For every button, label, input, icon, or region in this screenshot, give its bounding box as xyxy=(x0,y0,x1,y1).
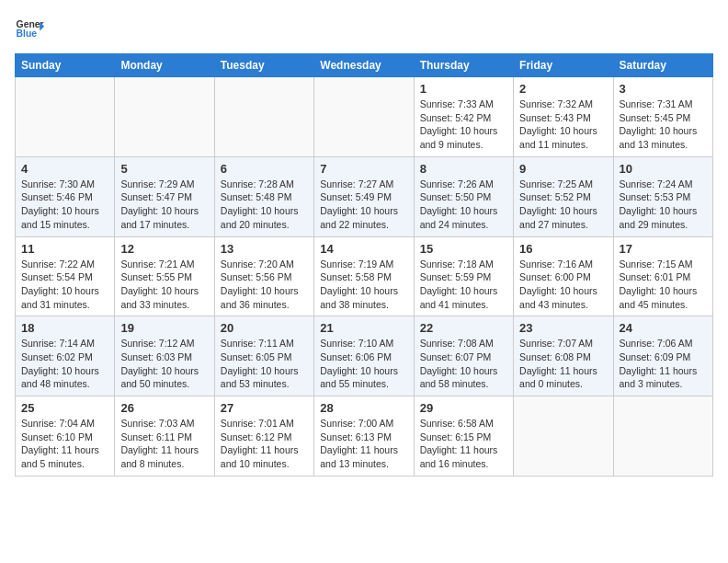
day-number: 27 xyxy=(221,401,308,415)
calendar-cell: 4Sunrise: 7:30 AMSunset: 5:46 PMDaylight… xyxy=(16,156,115,236)
col-header-sunday: Sunday xyxy=(16,54,115,77)
day-info: Sunrise: 7:15 AMSunset: 6:01 PMDaylight:… xyxy=(620,258,707,312)
day-number: 21 xyxy=(320,321,407,335)
day-info: Sunrise: 7:12 AMSunset: 6:03 PMDaylight:… xyxy=(120,337,208,391)
day-number: 24 xyxy=(620,321,707,335)
calendar-cell: 20Sunrise: 7:11 AMSunset: 6:05 PMDayligh… xyxy=(214,316,313,396)
calendar-cell: 7Sunrise: 7:27 AMSunset: 5:49 PMDaylight… xyxy=(314,156,414,236)
day-info: Sunrise: 7:20 AMSunset: 5:56 PMDaylight:… xyxy=(221,258,308,312)
calendar-cell: 3Sunrise: 7:31 AMSunset: 5:45 PMDaylight… xyxy=(613,77,712,157)
day-info: Sunrise: 7:00 AMSunset: 6:13 PMDaylight:… xyxy=(320,417,407,471)
page-header: General Blue xyxy=(15,15,713,44)
day-info: Sunrise: 7:14 AMSunset: 6:02 PMDaylight:… xyxy=(21,337,108,391)
day-number: 22 xyxy=(420,321,507,335)
calendar-cell: 6Sunrise: 7:28 AMSunset: 5:48 PMDaylight… xyxy=(214,156,313,236)
day-number: 20 xyxy=(221,321,308,335)
day-info: Sunrise: 7:26 AMSunset: 5:50 PMDaylight:… xyxy=(420,178,507,232)
day-number: 15 xyxy=(420,242,507,256)
calendar-cell: 12Sunrise: 7:21 AMSunset: 5:55 PMDayligh… xyxy=(115,236,214,316)
week-row-4: 18Sunrise: 7:14 AMSunset: 6:02 PMDayligh… xyxy=(16,316,713,396)
day-number: 6 xyxy=(221,162,308,176)
day-number: 9 xyxy=(519,162,607,176)
day-number: 13 xyxy=(221,242,308,256)
day-info: Sunrise: 7:01 AMSunset: 6:12 PMDaylight:… xyxy=(221,417,308,471)
calendar-cell xyxy=(214,77,313,157)
calendar-cell: 14Sunrise: 7:19 AMSunset: 5:58 PMDayligh… xyxy=(314,236,414,316)
calendar-cell: 13Sunrise: 7:20 AMSunset: 5:56 PMDayligh… xyxy=(214,236,313,316)
calendar-cell xyxy=(16,77,115,157)
calendar-cell: 16Sunrise: 7:16 AMSunset: 6:00 PMDayligh… xyxy=(514,236,613,316)
day-info: Sunrise: 7:24 AMSunset: 5:53 PMDaylight:… xyxy=(620,178,707,232)
day-info: Sunrise: 7:27 AMSunset: 5:49 PMDaylight:… xyxy=(320,178,407,232)
calendar-table: SundayMondayTuesdayWednesdayThursdayFrid… xyxy=(15,53,713,477)
calendar-cell: 21Sunrise: 7:10 AMSunset: 6:06 PMDayligh… xyxy=(314,316,414,396)
calendar-header-row: SundayMondayTuesdayWednesdayThursdayFrid… xyxy=(16,54,713,77)
calendar-cell xyxy=(613,396,712,477)
day-info: Sunrise: 7:07 AMSunset: 6:08 PMDaylight:… xyxy=(519,337,607,391)
col-header-thursday: Thursday xyxy=(414,54,513,77)
day-info: Sunrise: 7:04 AMSunset: 6:10 PMDaylight:… xyxy=(21,417,108,471)
calendar-cell: 19Sunrise: 7:12 AMSunset: 6:03 PMDayligh… xyxy=(115,316,214,396)
day-number: 14 xyxy=(320,242,407,256)
calendar-cell: 17Sunrise: 7:15 AMSunset: 6:01 PMDayligh… xyxy=(613,236,712,316)
day-number: 29 xyxy=(420,401,507,415)
day-number: 23 xyxy=(519,321,607,335)
day-info: Sunrise: 7:32 AMSunset: 5:43 PMDaylight:… xyxy=(519,98,607,152)
week-row-5: 25Sunrise: 7:04 AMSunset: 6:10 PMDayligh… xyxy=(16,396,713,477)
day-number: 17 xyxy=(620,242,707,256)
day-info: Sunrise: 6:58 AMSunset: 6:15 PMDaylight:… xyxy=(420,417,507,471)
day-number: 28 xyxy=(320,401,407,415)
calendar-cell: 1Sunrise: 7:33 AMSunset: 5:42 PMDaylight… xyxy=(414,77,513,157)
day-info: Sunrise: 7:16 AMSunset: 6:00 PMDaylight:… xyxy=(519,258,607,312)
calendar-cell: 2Sunrise: 7:32 AMSunset: 5:43 PMDaylight… xyxy=(514,77,613,157)
week-row-3: 11Sunrise: 7:22 AMSunset: 5:54 PMDayligh… xyxy=(16,236,713,316)
calendar-cell: 22Sunrise: 7:08 AMSunset: 6:07 PMDayligh… xyxy=(414,316,513,396)
day-number: 19 xyxy=(120,321,208,335)
day-number: 18 xyxy=(21,321,108,335)
calendar-cell: 5Sunrise: 7:29 AMSunset: 5:47 PMDaylight… xyxy=(115,156,214,236)
day-info: Sunrise: 7:08 AMSunset: 6:07 PMDaylight:… xyxy=(420,337,507,391)
calendar-cell: 27Sunrise: 7:01 AMSunset: 6:12 PMDayligh… xyxy=(214,396,313,477)
day-info: Sunrise: 7:29 AMSunset: 5:47 PMDaylight:… xyxy=(120,178,208,232)
calendar-cell: 18Sunrise: 7:14 AMSunset: 6:02 PMDayligh… xyxy=(16,316,115,396)
calendar-cell: 24Sunrise: 7:06 AMSunset: 6:09 PMDayligh… xyxy=(613,316,712,396)
day-number: 26 xyxy=(120,401,208,415)
calendar-cell: 28Sunrise: 7:00 AMSunset: 6:13 PMDayligh… xyxy=(314,396,414,477)
day-info: Sunrise: 7:25 AMSunset: 5:52 PMDaylight:… xyxy=(519,178,607,232)
calendar-cell xyxy=(514,396,613,477)
day-number: 1 xyxy=(420,82,507,96)
calendar-cell: 29Sunrise: 6:58 AMSunset: 6:15 PMDayligh… xyxy=(414,396,513,477)
day-number: 10 xyxy=(620,162,707,176)
calendar-cell xyxy=(115,77,214,157)
calendar-cell: 8Sunrise: 7:26 AMSunset: 5:50 PMDaylight… xyxy=(414,156,513,236)
day-info: Sunrise: 7:19 AMSunset: 5:58 PMDaylight:… xyxy=(320,258,407,312)
day-info: Sunrise: 7:11 AMSunset: 6:05 PMDaylight:… xyxy=(221,337,308,391)
day-info: Sunrise: 7:06 AMSunset: 6:09 PMDaylight:… xyxy=(620,337,707,391)
day-number: 16 xyxy=(519,242,607,256)
calendar-cell xyxy=(314,77,414,157)
col-header-friday: Friday xyxy=(514,54,613,77)
calendar-cell: 9Sunrise: 7:25 AMSunset: 5:52 PMDaylight… xyxy=(514,156,613,236)
day-info: Sunrise: 7:28 AMSunset: 5:48 PMDaylight:… xyxy=(221,178,308,232)
day-number: 4 xyxy=(21,162,108,176)
day-number: 3 xyxy=(620,82,707,96)
day-info: Sunrise: 7:31 AMSunset: 5:45 PMDaylight:… xyxy=(620,98,707,152)
col-header-monday: Monday xyxy=(115,54,214,77)
calendar-cell: 23Sunrise: 7:07 AMSunset: 6:08 PMDayligh… xyxy=(514,316,613,396)
calendar-cell: 15Sunrise: 7:18 AMSunset: 5:59 PMDayligh… xyxy=(414,236,513,316)
day-number: 7 xyxy=(320,162,407,176)
logo-icon: General Blue xyxy=(15,15,44,44)
day-info: Sunrise: 7:33 AMSunset: 5:42 PMDaylight:… xyxy=(420,98,507,152)
week-row-2: 4Sunrise: 7:30 AMSunset: 5:46 PMDaylight… xyxy=(16,156,713,236)
day-number: 8 xyxy=(420,162,507,176)
day-number: 12 xyxy=(120,242,208,256)
day-info: Sunrise: 7:30 AMSunset: 5:46 PMDaylight:… xyxy=(21,178,108,232)
day-info: Sunrise: 7:22 AMSunset: 5:54 PMDaylight:… xyxy=(21,258,108,312)
col-header-saturday: Saturday xyxy=(613,54,712,77)
day-number: 2 xyxy=(519,82,607,96)
day-number: 11 xyxy=(21,242,108,256)
day-number: 25 xyxy=(21,401,108,415)
day-info: Sunrise: 7:10 AMSunset: 6:06 PMDaylight:… xyxy=(320,337,407,391)
calendar-cell: 25Sunrise: 7:04 AMSunset: 6:10 PMDayligh… xyxy=(16,396,115,477)
logo: General Blue xyxy=(15,15,44,44)
